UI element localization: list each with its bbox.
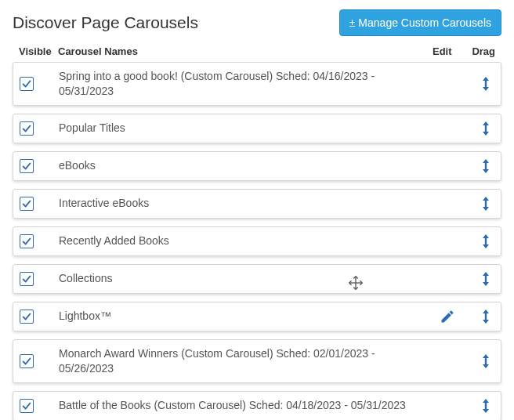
drag-handle-icon[interactable]	[480, 196, 491, 212]
visible-checkbox[interactable]	[20, 272, 34, 286]
page-title: Discover Page Carousels	[13, 13, 198, 32]
drag-handle-icon[interactable]	[480, 76, 491, 92]
carousel-row: Lightbox™	[13, 302, 501, 331]
carousel-name: Battle of the Books (Custom Carousel) Sc…	[59, 398, 432, 413]
carousel-row: Interactive eBooks	[13, 189, 501, 219]
carousel-name: eBooks	[59, 158, 432, 173]
col-header-edit: Edit	[433, 45, 464, 57]
carousel-row: Collections	[13, 264, 501, 294]
drag-handle-icon[interactable]	[480, 158, 491, 174]
carousel-row: Battle of the Books (Custom Carousel) Sc…	[13, 391, 501, 420]
carousel-name: Popular Titles	[59, 121, 432, 136]
drag-handle-icon[interactable]	[480, 309, 491, 324]
carousel-row: Recently Added Books	[13, 226, 501, 256]
visible-checkbox[interactable]	[20, 121, 34, 136]
carousel-name: Collections	[59, 271, 432, 286]
visible-checkbox[interactable]	[20, 399, 34, 413]
drag-handle-icon[interactable]	[480, 353, 491, 369]
drag-handle-icon[interactable]	[480, 121, 491, 136]
visible-checkbox[interactable]	[20, 310, 34, 324]
manage-custom-carousels-button[interactable]: ± Manage Custom Carousels	[339, 9, 501, 36]
col-header-visible: Visible	[19, 45, 58, 57]
column-headers: Visible Carousel Names Edit Drag	[13, 42, 501, 62]
visible-checkbox[interactable]	[20, 159, 34, 173]
carousel-name: Spring into a good book! (Custom Carouse…	[59, 69, 432, 99]
drag-handle-icon[interactable]	[480, 398, 491, 414]
pencil-icon[interactable]	[440, 309, 455, 324]
col-header-names: Carousel Names	[58, 45, 433, 57]
carousel-name: Monarch Award Winners (Custom Carousel) …	[59, 346, 432, 376]
carousel-row: Popular Titles	[13, 114, 501, 143]
visible-checkbox[interactable]	[20, 77, 34, 91]
carousel-name: Lightbox™	[59, 309, 432, 324]
visible-checkbox[interactable]	[20, 354, 34, 368]
col-header-drag: Drag	[464, 45, 495, 57]
carousel-row: Monarch Award Winners (Custom Carousel) …	[13, 339, 501, 383]
drag-handle-icon[interactable]	[480, 271, 491, 287]
carousel-row: Spring into a good book! (Custom Carouse…	[13, 62, 501, 106]
visible-checkbox[interactable]	[20, 197, 34, 211]
drag-handle-icon[interactable]	[480, 234, 491, 249]
carousel-row: eBooks	[13, 151, 501, 181]
carousel-name: Interactive eBooks	[59, 196, 432, 211]
visible-checkbox[interactable]	[20, 234, 34, 248]
carousel-name: Recently Added Books	[59, 234, 432, 248]
